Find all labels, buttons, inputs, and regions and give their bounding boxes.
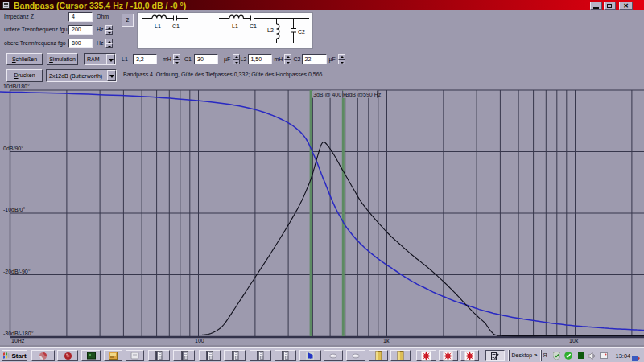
svg-text:-3dB @590 Hz: -3dB @590 Hz — [344, 92, 382, 97]
svg-text:3dB @ 400 H: 3dB @ 400 H — [313, 92, 347, 97]
